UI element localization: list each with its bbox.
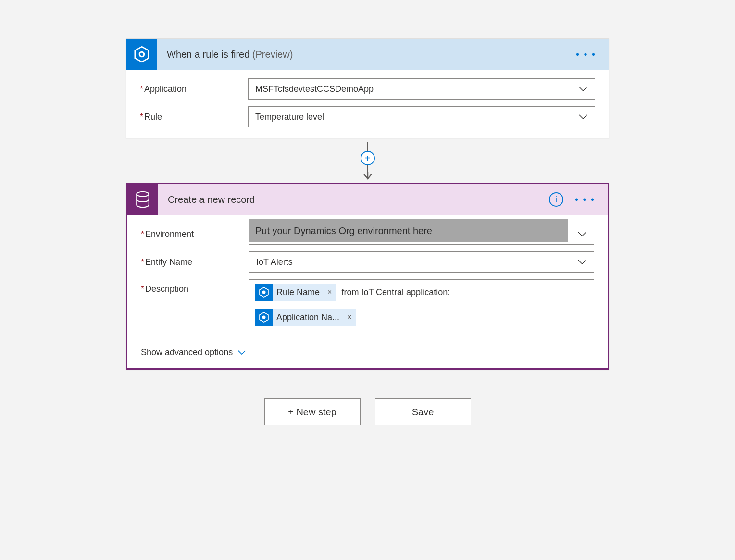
action-card: Create a new record i • • • *Environment… xyxy=(126,183,609,370)
iot-central-icon xyxy=(126,39,157,70)
iot-central-icon xyxy=(255,284,273,301)
token-application-name[interactable]: Application Na... × xyxy=(255,309,356,326)
chevron-down-icon xyxy=(571,231,594,237)
trigger-card: When a rule is fired (Preview) • • • *Ap… xyxy=(126,38,609,138)
arrow-down-icon xyxy=(362,172,374,181)
environment-select[interactable]: Put your Dynamics Org environment here xyxy=(249,224,594,245)
description-inline-text: from IoT Central application: xyxy=(341,284,450,301)
svg-point-4 xyxy=(137,192,149,197)
environment-placeholder: Put your Dynamics Org environment here xyxy=(249,219,568,242)
rule-label: *Rule xyxy=(140,112,248,122)
token-rule-name[interactable]: Rule Name × xyxy=(255,284,336,301)
svg-point-2 xyxy=(140,53,143,56)
entity-name-select[interactable]: IoT Alerts xyxy=(249,251,594,273)
chevron-down-icon xyxy=(578,114,588,120)
environment-label: *Environment xyxy=(141,229,249,239)
chevron-down-icon xyxy=(577,259,587,265)
iot-central-icon xyxy=(255,309,273,326)
insert-step-button[interactable]: + xyxy=(361,151,375,165)
token-remove[interactable]: × xyxy=(342,313,356,322)
entity-name-label: *Entity Name xyxy=(141,257,249,267)
svg-point-6 xyxy=(262,291,266,294)
info-button[interactable]: i xyxy=(549,192,563,207)
trigger-menu-button[interactable]: • • • xyxy=(573,46,599,63)
chevron-down-icon xyxy=(237,348,246,358)
show-advanced-options[interactable]: Show advanced options xyxy=(141,348,246,358)
svg-point-8 xyxy=(262,316,266,319)
description-input[interactable]: Rule Name × from IoT Central application… xyxy=(249,279,594,330)
application-label: *Application xyxy=(140,84,248,94)
new-step-button[interactable]: + New step xyxy=(264,398,361,425)
chevron-down-icon xyxy=(578,86,588,92)
step-connector: + xyxy=(126,142,609,181)
application-select[interactable]: MSFTcfsdevtestCCSDemoApp xyxy=(248,78,595,100)
rule-select[interactable]: Temperature level xyxy=(248,106,595,127)
trigger-title: When a rule is fired (Preview) xyxy=(167,49,293,60)
trigger-header[interactable]: When a rule is fired (Preview) • • • xyxy=(126,39,609,70)
action-header[interactable]: Create a new record i • • • xyxy=(127,184,608,215)
save-button[interactable]: Save xyxy=(375,398,471,425)
action-menu-button[interactable]: • • • xyxy=(572,191,598,208)
database-icon xyxy=(127,184,158,215)
token-remove[interactable]: × xyxy=(323,288,336,297)
action-title: Create a new record xyxy=(168,194,255,205)
description-label: *Description xyxy=(141,279,249,294)
